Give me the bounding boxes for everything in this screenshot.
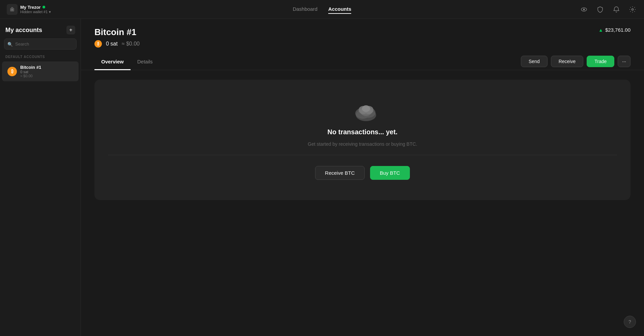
sidebar: My accounts + 🔍 DEFAULT ACCOUNTS ₿ Bitco… [0,19,81,336]
tab-overview[interactable]: Overview [94,56,131,70]
brand-section: My Trezor Hidden wallet #1 ▾ [7,4,74,15]
svg-point-5 [632,8,634,10]
trezor-logo-icon [7,4,18,15]
account-balance-fiat: ≈ $0.00 [20,74,41,78]
trade-button[interactable]: Trade [587,56,614,67]
main-content: Bitcoin #1 ₿ 0 sat ≈ $0.00 ▲ $23,761.00 … [81,19,644,336]
empty-state-title: No transactions... yet. [328,128,398,136]
shield-icon-button[interactable] [595,5,605,14]
nav-accounts[interactable]: Accounts [328,5,351,14]
svg-rect-1 [11,7,13,9]
eye-icon-button[interactable] [579,5,589,14]
search-input[interactable] [4,38,77,50]
account-name: Bitcoin #1 [20,65,41,70]
account-item-bitcoin1[interactable]: ₿ Bitcoin #1 0 sat ≈ $0.00 [2,61,79,81]
main-layout: My accounts + 🔍 DEFAULT ACCOUNTS ₿ Bitco… [0,19,644,336]
brand-name: My Trezor [20,5,51,10]
portfolio-arrow-icon: ▲ [598,27,603,33]
receive-btc-button[interactable]: Receive BTC [315,166,364,180]
account-info: Bitcoin #1 0 sat ≈ $0.00 [20,65,41,78]
tabs-group: Overview Details [94,56,160,70]
empty-state-divider [108,155,617,155]
tab-details[interactable]: Details [131,56,160,70]
wallet-name[interactable]: Hidden wallet #1 ▾ [20,10,51,14]
account-title-section: Bitcoin #1 ₿ 0 sat ≈ $0.00 [94,27,140,48]
cloud-illustration-icon [349,100,376,120]
portfolio-amount: $23,761.00 [605,27,631,33]
balance-sat: 0 sat [106,41,118,47]
main-navigation: Dashboard Accounts [74,5,570,14]
svg-point-2 [12,9,13,10]
nav-dashboard[interactable]: Dashboard [293,5,317,14]
account-balance-crypto: 0 sat [20,70,41,74]
nav-icon-group [570,5,637,14]
account-main-title: Bitcoin #1 [94,27,140,37]
gear-icon-button[interactable] [628,5,637,14]
content-tabs-bar: Overview Details Send Receive Trade ··· [81,50,644,70]
action-buttons-group: Send Receive Trade ··· [521,56,631,70]
receive-button[interactable]: Receive [551,56,584,67]
section-label-default-accounts: DEFAULT ACCOUNTS [0,55,81,61]
top-navigation: My Trezor Hidden wallet #1 ▾ Dashboard A… [0,0,644,19]
balance-fiat: ≈ $0.00 [122,41,140,47]
sidebar-title: My accounts [5,27,42,34]
sidebar-header: My accounts + [0,19,81,38]
add-account-button[interactable]: + [66,26,75,34]
empty-state-card: No transactions... yet. Get started by r… [94,80,631,200]
bell-icon-button[interactable] [612,5,621,14]
svg-point-12 [362,105,370,112]
send-button[interactable]: Send [521,56,548,67]
empty-state-subtitle: Get started by receiving transactions or… [308,141,417,147]
chevron-down-icon: ▾ [49,10,51,14]
search-icon: 🔍 [7,41,13,47]
online-status-dot [43,6,45,8]
search-container: 🔍 [4,38,77,50]
content-header: Bitcoin #1 ₿ 0 sat ≈ $0.00 ▲ $23,761.00 [81,19,644,48]
bitcoin-account-icon: ₿ [7,67,17,76]
empty-state-actions: Receive BTC Buy BTC [315,166,410,180]
account-balance-row: ₿ 0 sat ≈ $0.00 [94,40,140,48]
btc-icon: ₿ [94,40,102,48]
svg-point-4 [583,8,585,10]
buy-btc-button[interactable]: Buy BTC [370,166,410,180]
portfolio-value: ▲ $23,761.00 [598,27,631,33]
more-options-button[interactable]: ··· [618,56,631,67]
help-button[interactable]: ? [624,316,636,328]
